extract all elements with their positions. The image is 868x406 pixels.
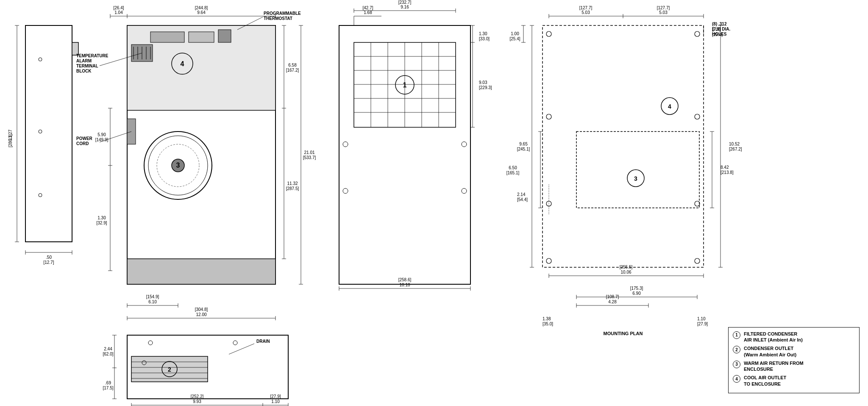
svg-point-72 — [462, 188, 467, 193]
bottom-right-offset: 1.10 — [271, 399, 280, 404]
mount-dim-5b2: [127.7] — [657, 6, 670, 10]
rear-total-width2: [258.6] — [398, 277, 412, 282]
bottom-width-dim: 9.93 — [193, 399, 201, 404]
prog-thermostat-label2: THERMOSTAT — [264, 16, 292, 21]
rear-grid-height: 9.03 — [479, 80, 487, 85]
mount-bot-right2: [27.9] — [697, 322, 708, 326]
svg-point-70 — [462, 142, 467, 147]
mount-4282: [108.7] — [606, 294, 619, 299]
mount-6902: [175.3] — [630, 286, 643, 291]
mounting-plan-label: MOUNTING PLAN — [604, 331, 643, 336]
bottom-left-height4: [17.5] — [103, 386, 113, 390]
mount-1in-left: 1.00 — [511, 31, 519, 36]
svg-point-110 — [546, 31, 551, 36]
front-bot-height2: [287.5] — [286, 186, 299, 191]
rear-top-offset: 1.30 — [479, 31, 487, 36]
mount-total-h1: 10.52 — [729, 142, 740, 146]
bottom-left-height2: [62.0] — [103, 352, 113, 356]
label-1-rear: 1 — [403, 81, 407, 89]
label-4-front: 4 — [181, 60, 184, 67]
svg-rect-15 — [218, 30, 231, 42]
rear-grid-width2: [232.7] — [398, 0, 412, 5]
temp-alarm-label1: TEMPERATURE — [76, 53, 108, 58]
svg-point-8 — [39, 58, 42, 61]
mount-690: 6.90 — [632, 291, 641, 296]
legend-num-3: 3 — [733, 361, 740, 368]
fan-bot-offset: 1.30 — [97, 216, 106, 220]
legend-box: 1 FILTERED CONDENSER AIR INLET (Ambient … — [728, 327, 860, 393]
front-bot-width: 12.00 — [196, 312, 206, 317]
bottom-left-height3: .69 — [105, 381, 111, 385]
legend-num-1: 1 — [733, 331, 740, 339]
legend-num-2: 2 — [733, 346, 740, 353]
front-left-offset: 1.04 — [114, 10, 123, 15]
prog-thermostat-label: PROGRAMMABLE — [264, 11, 301, 16]
svg-point-9 — [39, 130, 42, 133]
mount-bot-left2: [35.0] — [542, 322, 553, 326]
holes-label2: [7.9] DIA. — [712, 27, 731, 31]
svg-point-117 — [695, 258, 700, 263]
fan-horiz-dim2: [154.9] — [146, 294, 159, 299]
rear-grid-height2: [229.3] — [479, 85, 492, 90]
rear-grid-width: 9.16 — [401, 5, 409, 9]
fan-bot-offset2: [32.9] — [96, 221, 107, 225]
front-top-height2: [167.2] — [286, 68, 299, 73]
bottom-left-height1: 2.44 — [104, 347, 112, 351]
legend-item-3: 3 WARM AIR RETURN FROM ENCLOSURE — [733, 360, 855, 372]
legend-num-4: 4 — [733, 375, 740, 383]
mount-total-h2: [267.2] — [729, 147, 742, 151]
temp-alarm-label4: BLOCK — [76, 69, 92, 73]
svg-point-111 — [695, 31, 700, 36]
rear-total-width: 10.18 — [399, 283, 410, 287]
svg-rect-46 — [127, 259, 275, 284]
front-bot-height: 11.32 — [287, 181, 298, 186]
legend-item-1: 1 FILTERED CONDENSER AIR INLET (Ambient … — [733, 331, 855, 343]
front-bot-width2: [304.8] — [195, 307, 208, 312]
power-cord-label2: CORD — [76, 141, 89, 146]
legend-item-4: 4 COOL AIR OUTLET TO ENCLOSURE — [733, 375, 855, 387]
label-3-mount: 3 — [634, 175, 637, 182]
svg-rect-13 — [150, 32, 184, 42]
mount-left-h2: [245.1] — [517, 147, 530, 151]
side-height-label2: [286.3] — [8, 134, 13, 147]
svg-point-115 — [695, 201, 700, 206]
svg-rect-14 — [189, 32, 214, 42]
side-depth-label: .50 — [46, 255, 52, 260]
rear-top-dim: 1.68 — [364, 10, 372, 15]
mount-214: 2.14 — [517, 192, 526, 197]
mount-inner-w1: 10.06 — [620, 270, 631, 274]
front-total-height: 21.01 — [304, 150, 314, 155]
mount-842: 8.42 — [721, 165, 729, 170]
mount-inner-w2: [255.5] — [620, 265, 633, 269]
holes-label3: HOLES — [712, 32, 727, 36]
rear-top-dim2: [42.7] — [362, 6, 373, 10]
mount-428: 4.28 — [608, 300, 617, 304]
mount-dim-5a: 5.03 — [581, 10, 590, 15]
legend-text-1: FILTERED CONDENSER AIR INLET (Ambient Ai… — [744, 331, 803, 343]
mount-bot-right1: 1.10 — [697, 316, 706, 321]
mount-bot-left1: 1.38 — [542, 316, 551, 321]
svg-point-113 — [695, 114, 700, 119]
svg-point-10 — [39, 193, 42, 197]
label-3-front: 3 — [176, 162, 180, 169]
fan-horiz-dim: 6.10 — [148, 300, 157, 304]
temp-alarm-label2: ALARM — [76, 59, 92, 63]
legend-text-4: COOL AIR OUTLET TO ENCLOSURE — [744, 375, 786, 387]
fan-center-height: 5.90 — [97, 132, 106, 137]
mount-650: 6.50 — [509, 165, 517, 170]
mount-8422: [213.8] — [721, 170, 734, 175]
rear-top-offset2: [33.0] — [479, 36, 490, 41]
front-left-offset2: [26.4] — [113, 6, 124, 10]
legend-item-2: 2 CONDENSER OUTLET (Warm Ambient Air Out… — [733, 345, 855, 358]
svg-rect-107 — [542, 25, 704, 267]
svg-point-116 — [546, 258, 551, 263]
label-4-mount: 4 — [668, 103, 671, 110]
bottom-width-dim2: [252.2] — [191, 394, 204, 399]
mount-dim-5a2: [127.7] — [579, 6, 593, 10]
svg-point-69 — [343, 142, 348, 147]
mount-214b: [54.4] — [517, 197, 528, 202]
mount-1in-left2: [25.4] — [509, 36, 520, 41]
bottom-right-offset2: [27.9] — [270, 394, 281, 399]
legend-text-3: WARM AIR RETURN FROM ENCLOSURE — [744, 360, 804, 372]
front-width-label: 9.64 — [197, 10, 206, 15]
